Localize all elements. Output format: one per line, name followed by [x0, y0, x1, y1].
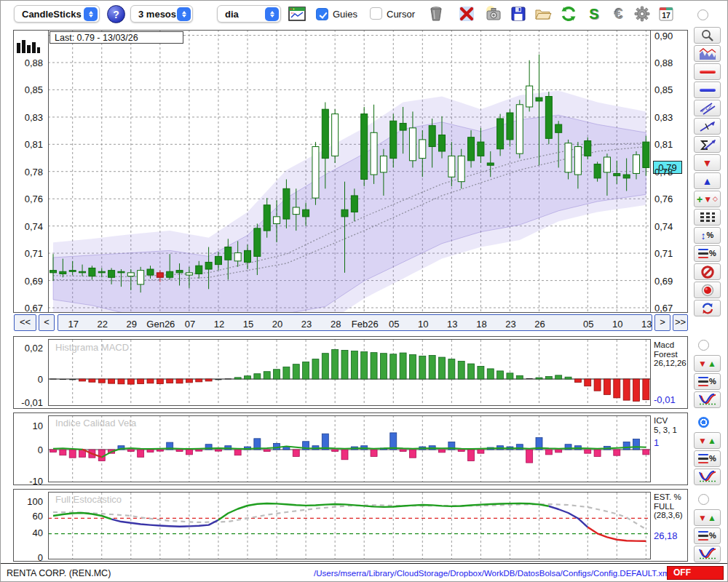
snapshot-button[interactable]	[484, 4, 503, 23]
x-tick-label: 13	[438, 317, 467, 332]
axis-label: 0,88	[12, 57, 43, 68]
record-tool-button[interactable]	[694, 282, 721, 298]
axis-label: 0,83	[12, 112, 43, 123]
x-tick-label: 10	[408, 317, 438, 332]
nav-forward-button[interactable]: >	[654, 314, 670, 331]
sync-tool-button[interactable]	[694, 300, 721, 316]
axis-label: 0,71	[12, 248, 43, 259]
sigma-trend-icon	[699, 138, 716, 151]
indicator-chart-button[interactable]	[694, 45, 721, 62]
sum-trend-tool-button[interactable]	[694, 136, 721, 153]
trendline-tool-button[interactable]	[694, 118, 721, 135]
nav-fast-forward-button[interactable]: >>	[673, 314, 688, 331]
chart-type-select[interactable]: CandleSticks	[14, 5, 100, 23]
disable-tool-button[interactable]	[694, 263, 721, 280]
refresh-button[interactable]	[559, 4, 578, 23]
stoch-title: Full Estocàstico	[55, 494, 122, 505]
trash-button[interactable]	[427, 4, 446, 23]
macd-signals-button[interactable]: ▼ ▲	[694, 355, 721, 372]
undo-button[interactable]: S	[585, 4, 604, 23]
nav-fast-back-button[interactable]: <<	[14, 314, 36, 331]
blue-line-icon	[700, 89, 716, 92]
stoch-value: 26,18	[654, 530, 678, 541]
macd-curve-button[interactable]	[694, 391, 721, 408]
percent-lines-icon	[698, 454, 708, 463]
red-down-arrow-icon: ▼	[703, 195, 712, 204]
stoch-panel-radio[interactable]	[698, 494, 709, 505]
add-signal-tool-button[interactable]: + ▼ ◇	[694, 191, 721, 207]
icv-curve-button[interactable]	[694, 469, 721, 485]
x-tick-label: 10	[603, 317, 632, 332]
open-folder-icon	[534, 5, 552, 23]
axis-label: 0,78	[654, 167, 673, 178]
macd-panel-radio[interactable]	[698, 340, 709, 351]
stoch-curve-button[interactable]	[694, 546, 721, 562]
chart-type-value: CandleSticks	[22, 9, 82, 20]
histogram-style-icon[interactable]	[16, 37, 42, 56]
calendar-icon: 17	[657, 5, 675, 23]
open-button[interactable]	[533, 4, 552, 23]
x-tick-label: 15	[234, 317, 263, 332]
channel-icon	[699, 102, 716, 115]
icv-percent-button[interactable]: %	[694, 450, 721, 467]
delete-button[interactable]	[457, 4, 476, 23]
red-hline-tool-button[interactable]	[694, 63, 721, 80]
x-tick-label: 18	[467, 317, 496, 332]
interval-select[interactable]: dia	[217, 5, 281, 23]
vertical-range-tool-button[interactable]: ↕ %	[694, 227, 721, 244]
period-select[interactable]: 3 mesos	[130, 5, 193, 23]
zoom-button[interactable]	[694, 27, 721, 44]
calendar-button[interactable]: 17	[657, 4, 676, 23]
axis-label: 0,85	[12, 84, 43, 95]
cursor-checkbox[interactable]	[370, 7, 382, 20]
axis-label: 0,69	[654, 276, 673, 287]
blue-hline-tool-button[interactable]	[694, 81, 721, 98]
help-button[interactable]: ?	[107, 5, 125, 23]
stoch-percent-button[interactable]: %	[694, 527, 721, 544]
axis-label: 0,81	[12, 139, 43, 150]
save-button[interactable]	[509, 4, 528, 23]
chart-window-button[interactable]	[288, 4, 306, 23]
nav-back-button[interactable]: <	[39, 314, 55, 331]
red-line-icon	[700, 71, 716, 73]
x-tick-label: 28	[321, 317, 350, 332]
channel-tool-button[interactable]	[694, 100, 721, 116]
main-panel-radio[interactable]	[697, 9, 708, 20]
percent-lines-tool-button[interactable]: %	[694, 245, 721, 262]
dashed-levels-tool-button[interactable]	[694, 209, 721, 226]
axis-label: 0,02	[11, 343, 43, 354]
macd-percent-button[interactable]: %	[694, 373, 721, 390]
sell-arrow-tool-button[interactable]: ▼	[694, 154, 721, 171]
help-icon: ?	[113, 9, 119, 20]
percent-icon: %	[707, 231, 714, 239]
x-tick-label: 07	[175, 317, 205, 332]
stoch-signals-button[interactable]: ▼ ▲	[694, 509, 721, 526]
off-toggle-button[interactable]: OFF	[667, 566, 724, 580]
stoch-params: EST. %FULL(28,3,6)	[654, 493, 687, 520]
currency-button[interactable]: €	[609, 4, 628, 23]
x-tick-label: Feb26	[350, 317, 379, 332]
macd-params: MacdForest26,12,26	[654, 340, 687, 368]
interval-value: dia	[225, 9, 239, 20]
icv-panel-radio[interactable]	[698, 417, 709, 428]
x-tick-label: 05	[379, 317, 408, 332]
percent-icon: %	[709, 378, 716, 386]
curve-icon	[699, 548, 716, 561]
buy-arrow-tool-button[interactable]: ▲	[694, 172, 721, 189]
app-window: CandleSticks ? 3 mesos dia Guies Cursor	[0, 0, 728, 582]
last-price-legend: Last: 0.79 - 13/03/26	[50, 31, 183, 44]
sync-arrows-icon	[700, 302, 715, 315]
vertical-arrows-icon: ↕	[701, 231, 706, 241]
toolbar: CandleSticks ? 3 mesos dia Guies Cursor	[1, 1, 728, 27]
x-axis-tick-strip[interactable]: 172229Gen26071215202328Feb26051013182326…	[58, 314, 652, 331]
dashed-lines-icon	[700, 212, 715, 222]
settings-button[interactable]	[633, 4, 652, 23]
euro-icon: €	[614, 5, 623, 23]
config-path[interactable]: /Users/mserra/Library/CloudStorage/Dropb…	[314, 569, 656, 578]
select-stepper-icon	[177, 7, 191, 21]
axis-label: 0	[11, 374, 43, 385]
guies-checkbox[interactable]	[316, 8, 328, 20]
icv-signals-button[interactable]: ▼ ▲	[694, 432, 721, 449]
no-entry-icon	[700, 265, 715, 279]
green-up-arrow-icon: ▲	[708, 436, 716, 445]
